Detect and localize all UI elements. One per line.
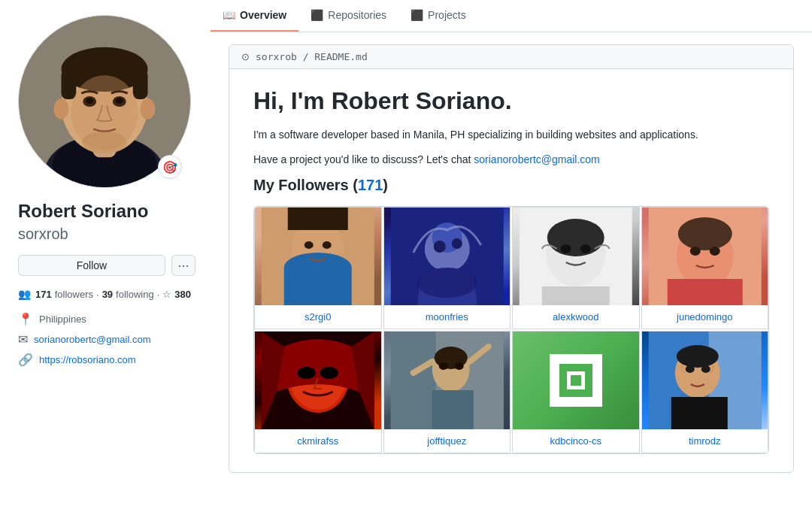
followers-heading-count: 171 (358, 177, 383, 193)
svg-point-13 (86, 98, 93, 104)
svg-rect-8 (62, 69, 77, 99)
followers-count: 171 (35, 289, 52, 300)
avatar-container: 🎯 (18, 15, 191, 188)
followers-heading: My Followers (171) (253, 177, 769, 194)
svg-rect-72 (571, 375, 581, 386)
readme-para2: Have a project you'd like to discuss? Le… (253, 152, 769, 168)
ellipsis-icon: ··· (177, 258, 189, 274)
follower-avatar-svg8 (642, 332, 768, 429)
readme-email-link[interactable]: sorianorobertc@gmail.com (474, 153, 600, 165)
tabs-bar: 📖 Overview ⬛ Repositories ⬛ Projects (211, 0, 812, 32)
tab-projects[interactable]: ⬛ Projects (398, 0, 478, 32)
readme-para2-pre: Have a project you'd like to discuss? Le… (253, 153, 474, 165)
svg-point-55 (454, 362, 463, 370)
svg-rect-70 (559, 397, 592, 407)
svg-point-34 (547, 219, 604, 256)
more-options-button[interactable]: ··· (171, 255, 195, 276)
stars-count: 380 (174, 289, 191, 300)
svg-point-30 (451, 238, 462, 249)
svg-point-25 (323, 241, 332, 249)
svg-rect-65 (550, 397, 559, 407)
readme-path: sorxrob / README.md (256, 51, 368, 62)
location-icon: 📍 (18, 312, 33, 326)
follower-cell-jofftiquez[interactable]: jofftiquez (383, 331, 511, 453)
readme-path-file: README.md (314, 51, 367, 62)
svg-point-31 (417, 268, 477, 298)
tab-overview[interactable]: 📖 Overview (211, 0, 298, 32)
svg-point-78 (685, 365, 694, 373)
star-icon: ☆ (162, 289, 171, 300)
follower-avatar-alexkwood (513, 208, 639, 305)
follow-button[interactable]: Follow (18, 255, 165, 276)
svg-point-79 (701, 365, 710, 373)
following-link[interactable]: 39 (102, 289, 113, 300)
svg-rect-21 (288, 208, 348, 230)
separator: · (96, 289, 99, 300)
separator2: · (157, 289, 160, 300)
svg-point-47 (298, 367, 316, 379)
location-item: 📍 Philippines (18, 312, 195, 326)
followers-title-text: My Followers ( (253, 177, 358, 193)
follower-name-ckmirafss: ckmirafss (294, 429, 341, 453)
follower-avatar-moonfries (384, 208, 511, 305)
email-link[interactable]: sorianorobertc@gmail.com (34, 334, 151, 345)
tab-projects-label: Projects (428, 9, 466, 21)
svg-rect-69 (559, 354, 592, 364)
stars-link[interactable]: 380 (174, 289, 191, 300)
svg-rect-37 (542, 286, 610, 305)
svg-rect-9 (133, 69, 148, 99)
svg-point-14 (116, 98, 123, 104)
followers-grid: s2rgi0 (253, 206, 769, 454)
follower-avatar-svg5 (255, 332, 381, 429)
tab-repositories[interactable]: ⬛ Repositories (298, 0, 398, 32)
follower-name-s2rgi0: s2rgi0 (301, 305, 334, 329)
main-content: 📖 Overview ⬛ Repositories ⬛ Projects ⊙ s… (211, 0, 812, 518)
svg-point-29 (433, 241, 445, 253)
follower-avatar-ckmirafss (255, 332, 381, 429)
svg-rect-64 (592, 354, 602, 364)
svg-point-40 (677, 217, 732, 250)
following-count: 39 (102, 289, 113, 300)
repo-icon: ⬛ (311, 9, 323, 21)
kdbcinco-logo (546, 350, 606, 410)
website-item: 🔗 https://robsoriano.com (18, 353, 195, 367)
followers-icon: 👥 (18, 288, 31, 300)
website-link[interactable]: https://robsoriano.com (39, 354, 136, 365)
svg-rect-67 (550, 364, 559, 397)
link-icon: 🔗 (18, 353, 33, 367)
readme-path-user: sorxrob (256, 51, 297, 62)
follower-cell-moonfries[interactable]: moonfries (383, 207, 511, 329)
svg-point-48 (320, 367, 338, 379)
follower-name-kdbcinco: kdbcinco-cs (547, 429, 604, 453)
follower-avatar-svg2 (384, 208, 511, 305)
follower-avatar-svg4 (642, 208, 768, 305)
svg-rect-43 (667, 279, 742, 305)
follower-name-jofftiquez: jofftiquez (424, 429, 469, 453)
svg-rect-68 (592, 364, 602, 397)
stats-row: 👥 171 followers · 39 following · ☆ 380 (18, 288, 195, 300)
profile-name: Robert Soriano (18, 200, 195, 223)
svg-point-36 (580, 244, 591, 253)
readme-para1: I'm a software developer based in Manila… (253, 127, 769, 143)
follower-avatar-jofftiquez (384, 332, 511, 429)
svg-point-15 (54, 98, 69, 120)
follower-cell-junedomingo[interactable]: junedomingo (641, 207, 769, 329)
readme-icon: ⊙ (241, 51, 250, 62)
follower-cell-timrodz[interactable]: timrodz (641, 331, 769, 453)
follower-avatar-kdbcinco (513, 332, 639, 429)
follower-avatar-svg6 (384, 332, 511, 429)
follower-cell-s2rgi0[interactable]: s2rgi0 (254, 207, 382, 329)
follower-avatar-s2rgi0 (255, 208, 381, 305)
email-item: ✉ sorianorobertc@gmail.com (18, 332, 195, 347)
readme-card: ⊙ sorxrob / README.md Hi, I'm Robert Sor… (229, 44, 794, 473)
followers-link[interactable]: 171 (35, 289, 52, 300)
tab-repositories-label: Repositories (328, 9, 386, 21)
follower-cell-kdbcinco[interactable]: kdbcinco-cs (512, 331, 640, 453)
following-label: following (116, 289, 154, 300)
follower-cell-alexkwood[interactable]: alexkwood (512, 207, 640, 329)
readme-body: Hi, I'm Robert Soriano. I'm a software d… (229, 69, 793, 472)
follower-cell-ckmirafss[interactable]: ckmirafss (254, 331, 382, 453)
achievement-badge: 🎯 (158, 155, 182, 179)
follower-name-timrodz: timrodz (686, 429, 724, 453)
projects-icon: ⬛ (411, 9, 423, 21)
